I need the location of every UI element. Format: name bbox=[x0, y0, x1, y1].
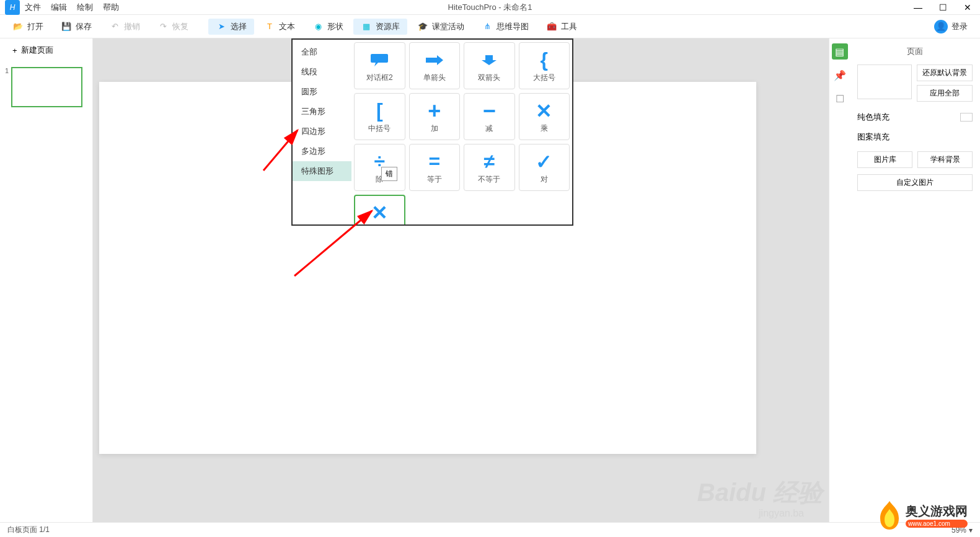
shape-label: 乘 bbox=[541, 123, 548, 134]
shape-brace[interactable]: {大括号 bbox=[519, 42, 570, 89]
page-tab-icon[interactable]: ▤ bbox=[832, 43, 848, 60]
menu-draw[interactable]: 绘制 bbox=[77, 2, 93, 13]
chevron-down-icon: ▾ bbox=[969, 526, 973, 535]
shape-arrow-right[interactable]: 单箭头 bbox=[409, 42, 461, 89]
text-icon: T bbox=[264, 21, 275, 32]
custom-img-button[interactable]: 自定义图片 bbox=[857, 174, 973, 191]
right-sidebar: ▤ 📌 ☐ bbox=[829, 38, 850, 522]
redo-button[interactable]: ↷恢复 bbox=[150, 19, 196, 35]
site-watermark: 奥义游戏网 www.aoe1.com bbox=[877, 500, 968, 531]
shape-label: 减 bbox=[485, 123, 493, 134]
shape-neq[interactable]: ≠不等于 bbox=[464, 144, 515, 191]
title-bar: H 文件 编辑 绘制 帮助 HiteTouchPro - 未命名1 — ☐ ✕ bbox=[0, 0, 980, 15]
login-button[interactable]: 👤登录 bbox=[927, 17, 975, 36]
activity-icon: 🎓 bbox=[417, 21, 428, 32]
shape-arrow-down[interactable]: 双箭头 bbox=[464, 42, 515, 89]
tooltip: 错 bbox=[381, 167, 397, 181]
shape-label: 对 bbox=[541, 174, 548, 185]
plus-icon: + bbox=[428, 100, 441, 122]
shape-speech[interactable]: 对话框2 bbox=[354, 42, 405, 89]
app-logo-icon: H bbox=[5, 0, 20, 15]
new-page-button[interactable]: +新建页面 bbox=[0, 38, 92, 62]
tools-button[interactable]: 🧰工具 bbox=[539, 19, 585, 35]
toolbar: 📂打开 💾保存 ↶撤销 ↷恢复 ➤选择 T文本 ◉形状 ▦资源库 🎓课堂活动 ⋔… bbox=[0, 15, 980, 38]
right-panel: 页面 还原默认背景 应用全部 纯色填充 图案填充 图片库 学科背景 自定义图片 bbox=[850, 38, 980, 522]
thumbnail-preview bbox=[11, 67, 82, 107]
wrong-icon: ✕ bbox=[371, 202, 388, 224]
page-thumbnail-1[interactable]: 1 bbox=[5, 67, 87, 107]
shape-times[interactable]: ✕乘 bbox=[519, 93, 570, 140]
shape-label: 大括号 bbox=[533, 73, 555, 83]
panel-icon[interactable]: ☐ bbox=[832, 91, 848, 107]
image-lib-button[interactable]: 图片库 bbox=[857, 151, 912, 168]
category-item[interactable]: 线段 bbox=[293, 62, 351, 82]
speech-icon bbox=[369, 49, 389, 71]
activity-button[interactable]: 🎓课堂活动 bbox=[410, 19, 472, 35]
solid-fill-row: 纯色填充 bbox=[857, 112, 973, 123]
toolbox-icon: 🧰 bbox=[546, 21, 557, 32]
arrow-right-icon bbox=[425, 49, 444, 71]
category-item[interactable]: 多边形 bbox=[293, 141, 351, 161]
plus-icon: + bbox=[12, 46, 17, 55]
shape-wrong[interactable]: ✕错 bbox=[354, 195, 405, 224]
bracket-icon: [ bbox=[376, 100, 383, 122]
category-item[interactable]: 圆形 bbox=[293, 82, 351, 102]
pattern-fill-row: 图案填充 bbox=[857, 131, 973, 143]
shape-label: 等于 bbox=[427, 174, 442, 185]
minus-icon: − bbox=[483, 100, 496, 122]
save-icon: 💾 bbox=[61, 21, 72, 32]
redo-icon: ↷ bbox=[157, 21, 169, 32]
select-button[interactable]: ➤选择 bbox=[208, 19, 254, 35]
redo-label: 恢复 bbox=[172, 21, 188, 32]
thumb-number: 1 bbox=[5, 67, 9, 74]
activity-label: 课堂活动 bbox=[432, 21, 464, 32]
shape-label: 中括号 bbox=[368, 123, 391, 134]
shape-label: 单箭头 bbox=[423, 73, 446, 83]
shape-equals[interactable]: =等于 bbox=[409, 144, 461, 191]
category-item[interactable]: 全部 bbox=[293, 42, 351, 62]
shape-check[interactable]: ✓对 bbox=[519, 144, 570, 191]
minimize-button[interactable]: — bbox=[906, 0, 930, 15]
apply-all-button[interactable]: 应用全部 bbox=[917, 85, 973, 102]
shape-bracket[interactable]: [中括号 bbox=[354, 93, 405, 140]
baidu-watermark: Baidu 经验 bbox=[697, 476, 823, 510]
resource-categories: 全部线段圆形三角形四边形多边形特殊图形 bbox=[293, 40, 351, 224]
close-button[interactable]: ✕ bbox=[955, 0, 980, 15]
shape-label: 对话框2 bbox=[366, 73, 393, 83]
fill-swatch[interactable] bbox=[960, 113, 973, 122]
left-sidebar: +新建页面 1 bbox=[0, 38, 93, 522]
text-button[interactable]: T文本 bbox=[257, 19, 302, 35]
open-button[interactable]: 📂打开 bbox=[5, 19, 51, 35]
menu-file[interactable]: 文件 bbox=[25, 2, 41, 13]
shape-label: 双箭头 bbox=[478, 73, 500, 83]
undo-button[interactable]: ↶撤销 bbox=[102, 19, 148, 35]
save-button[interactable]: 💾保存 bbox=[53, 19, 99, 35]
restore-bg-button[interactable]: 还原默认背景 bbox=[917, 64, 973, 81]
undo-icon: ↶ bbox=[109, 21, 120, 32]
shape-button[interactable]: ◉形状 bbox=[305, 19, 351, 35]
save-label: 保存 bbox=[76, 21, 92, 32]
resource-button[interactable]: ▦资源库 bbox=[353, 19, 407, 35]
equals-icon: = bbox=[428, 151, 440, 173]
window-title: HiteTouchPro - 未命名1 bbox=[448, 2, 532, 13]
folder-open-icon: 📂 bbox=[12, 21, 24, 32]
bg-preview bbox=[857, 64, 912, 99]
category-item[interactable]: 四边形 bbox=[293, 122, 351, 141]
category-item[interactable]: 特殊图形 bbox=[293, 161, 351, 181]
shape-label: 形状 bbox=[327, 21, 343, 32]
menu-edit[interactable]: 编辑 bbox=[51, 2, 67, 13]
mindmap-icon: ⋔ bbox=[482, 21, 493, 32]
maximize-button[interactable]: ☐ bbox=[930, 0, 955, 15]
subject-bg-button[interactable]: 学科背景 bbox=[917, 151, 973, 168]
pattern-fill-label: 图案填充 bbox=[857, 131, 890, 143]
pin-icon[interactable]: 📌 bbox=[832, 67, 848, 83]
menu-help[interactable]: 帮助 bbox=[103, 2, 119, 13]
shape-divide[interactable]: ÷除 bbox=[354, 144, 405, 191]
category-item[interactable]: 三角形 bbox=[293, 102, 351, 122]
resource-icon: ▦ bbox=[361, 21, 372, 32]
arrow-down-icon bbox=[479, 49, 499, 71]
times-icon: ✕ bbox=[536, 100, 552, 122]
mindmap-button[interactable]: ⋔思维导图 bbox=[474, 19, 536, 35]
shape-plus[interactable]: +加 bbox=[409, 93, 461, 140]
shape-minus[interactable]: −减 bbox=[464, 93, 515, 140]
